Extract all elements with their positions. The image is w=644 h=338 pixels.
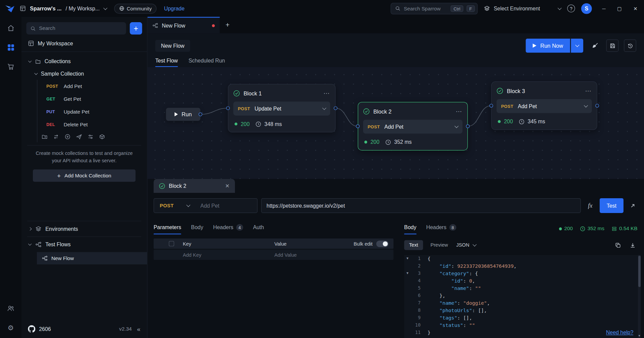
add-request-icon[interactable]: [64, 133, 70, 139]
method-selector[interactable]: POST Add Pet: [154, 198, 258, 213]
clear-canvas-button[interactable]: [589, 39, 601, 52]
fold-caret-icon[interactable]: ▼: [404, 255, 411, 262]
line-number: 10: [411, 322, 420, 329]
tab-label: New Flow: [162, 23, 208, 29]
run-now-button[interactable]: Run Now: [526, 39, 570, 53]
add-value-input[interactable]: Add Value: [275, 252, 394, 258]
workspace-caret-icon[interactable]: [103, 6, 107, 10]
add-folder-icon[interactable]: [42, 133, 48, 139]
status-code: 200: [241, 121, 250, 127]
connector-port[interactable]: [356, 124, 360, 128]
workspace-name[interactable]: Sparrow's ...: [30, 5, 61, 11]
user-avatar[interactable]: S: [581, 3, 592, 14]
add-key-input[interactable]: Add Key: [174, 252, 275, 258]
need-help-link[interactable]: Need help?: [606, 329, 633, 335]
upgrade-link[interactable]: Upgrade: [164, 5, 185, 11]
block-menu-icon[interactable]: ⋯: [585, 87, 592, 94]
home-icon[interactable]: [6, 24, 15, 33]
members-icon[interactable]: [6, 304, 15, 313]
help-button[interactable]: ?: [567, 4, 575, 12]
flow-name[interactable]: New Flow: [155, 40, 190, 51]
tab-response-headers[interactable]: Headers 8: [426, 223, 456, 234]
github-icon[interactable]: [28, 325, 35, 333]
flow-block-2[interactable]: Block 2 ⋯ POST Add Pet 200 352 ms: [358, 102, 468, 151]
connector-port[interactable]: [489, 104, 493, 108]
connector-port[interactable]: [334, 106, 337, 110]
scrollbar-thumb[interactable]: [638, 256, 640, 287]
workspace-path[interactable]: / My Worksp...: [66, 5, 100, 11]
request-item-get-pet[interactable]: GET Get Pet: [37, 92, 147, 105]
tab-test-flow[interactable]: Test Flow: [155, 57, 178, 67]
close-button[interactable]: ✕: [633, 6, 637, 11]
response-body-editor[interactable]: ▼1{2 "id": 9223372036854764939,▼3 "categ…: [404, 255, 641, 338]
run-options-button[interactable]: [571, 39, 583, 53]
block-menu-icon[interactable]: ⋯: [324, 90, 330, 97]
copy-icon[interactable]: [615, 242, 621, 248]
dynamic-expression-icon[interactable]: fx: [585, 202, 596, 209]
share-icon[interactable]: [76, 133, 82, 139]
tab-scheduled-run[interactable]: Scheduled Run: [189, 57, 225, 67]
tab-headers[interactable]: Headers 4: [213, 223, 243, 234]
sync-icon[interactable]: [53, 133, 59, 139]
close-icon[interactable]: ✕: [225, 183, 230, 189]
connector-port[interactable]: [226, 106, 230, 110]
sample-collection-row[interactable]: Sample Collection: [21, 68, 147, 80]
request-name-field[interactable]: Add Pet: [200, 203, 219, 209]
environments-section-row[interactable]: Environments: [21, 221, 147, 236]
url-input[interactable]: https://petstore.swagger.io/v2/pet: [261, 198, 581, 213]
request-item-update-pet[interactable]: PUT Update Pet: [37, 105, 147, 118]
tab-response-body[interactable]: Body: [404, 223, 416, 234]
marketplace-icon[interactable]: [6, 62, 15, 71]
open-in-new-icon[interactable]: [627, 203, 638, 209]
connector-port[interactable]: [199, 113, 202, 116]
package-icon[interactable]: [99, 133, 105, 139]
connector-port[interactable]: [466, 124, 470, 128]
test-flows-section-row[interactable]: Test Flows: [21, 237, 147, 252]
settings-sliders-icon[interactable]: [88, 133, 94, 139]
add-new-button[interactable]: +: [130, 22, 142, 35]
save-button[interactable]: [606, 39, 618, 52]
add-mock-collection-button[interactable]: + Add Mock Collection: [33, 169, 136, 182]
run-node-label: Run: [182, 111, 192, 117]
new-tab-button[interactable]: +: [220, 17, 236, 33]
community-badge[interactable]: Community: [114, 3, 157, 13]
tab-parameters[interactable]: Parameters: [154, 223, 181, 234]
view-text-button[interactable]: Text: [404, 240, 423, 250]
test-button[interactable]: Test: [600, 198, 624, 213]
block-menu-icon[interactable]: ⋯: [456, 108, 462, 115]
request-item-add-pet[interactable]: POST Add Pet: [37, 80, 147, 92]
block-request-selector[interactable]: POST Update Pet: [233, 101, 330, 116]
flow-item-new-flow[interactable]: New Flow: [37, 252, 147, 264]
run-node[interactable]: Run: [166, 108, 200, 121]
bulk-edit-toggle[interactable]: [376, 240, 389, 247]
fold-caret-icon[interactable]: ▼: [404, 270, 411, 277]
collections-group-row[interactable]: Collections: [21, 55, 147, 68]
sidebar-search-input[interactable]: Search: [26, 22, 126, 35]
minimize-button[interactable]: ─: [602, 6, 605, 11]
tab-new-flow[interactable]: New Flow: [147, 17, 219, 33]
collapse-sidebar-icon[interactable]: «: [137, 326, 140, 333]
select-all-checkbox[interactable]: [169, 241, 174, 246]
scrollbar-down-arrow[interactable]: ▼: [638, 334, 641, 338]
editor-scrollbar[interactable]: ▼: [638, 255, 641, 338]
environment-selector[interactable]: Select Environment: [484, 5, 561, 11]
maximize-button[interactable]: ▢: [617, 6, 622, 11]
tab-body[interactable]: Body: [191, 223, 203, 234]
endpoint-label: Add Pet: [384, 124, 450, 130]
run-history-button[interactable]: [624, 39, 636, 52]
flow-block-1[interactable]: Block 1 ⋯ POST Update Pet 200 348 ms: [228, 84, 336, 132]
download-icon[interactable]: [630, 242, 636, 248]
view-preview-button[interactable]: Preview: [431, 242, 448, 248]
block-request-selector[interactable]: POST Add Pet: [497, 99, 592, 113]
tab-auth[interactable]: Auth: [253, 223, 264, 234]
flow-block-3[interactable]: Block 3 ⋯ POST Add Pet 200 345 ms: [491, 81, 597, 130]
block-detail-header[interactable]: Block 2 ✕: [154, 179, 235, 193]
block-request-selector[interactable]: POST Add Pet: [363, 120, 462, 134]
connector-port[interactable]: [595, 104, 599, 108]
settings-gear-icon[interactable]: ⚙: [6, 323, 15, 332]
request-item-delete-pet[interactable]: DEL Delete Pet: [37, 118, 147, 131]
collections-rail-icon[interactable]: [6, 43, 15, 52]
flow-canvas[interactable]: Run Block 1 ⋯ POST Update Pet: [147, 67, 644, 179]
global-search-input[interactable]: Search Sparrow Ctrl F: [391, 3, 478, 14]
format-select[interactable]: JSON: [456, 242, 476, 248]
